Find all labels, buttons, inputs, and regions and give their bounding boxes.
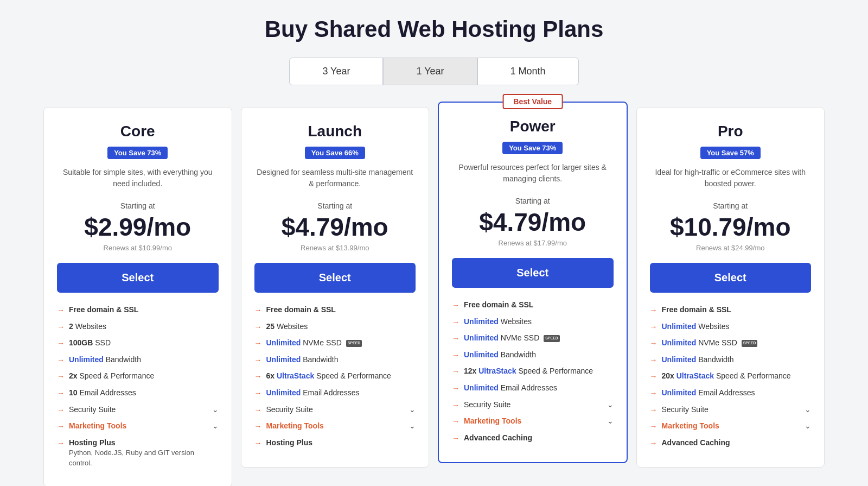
feature-text: Unlimited Email Addresses (266, 388, 360, 399)
arrow-icon: → (254, 421, 262, 432)
plan-core-desc: Suitable for simple sites, with everythi… (57, 167, 219, 193)
feature-text: Unlimited Email Addresses (464, 383, 557, 394)
arrow-icon: → (254, 371, 262, 382)
feature-text: 6x UltraStack Speed & Performance (266, 371, 391, 382)
tab-3year[interactable]: 3 Year (289, 58, 383, 85)
arrow-icon: → (452, 416, 459, 427)
plan-pro-name: Pro (718, 123, 743, 140)
plan-launch-name: Launch (308, 123, 362, 140)
plan-core-name: Core (120, 123, 155, 140)
feature-text: Security Suite (266, 405, 313, 415)
list-item: →Unlimited NVMe SSD SPEED (650, 338, 812, 349)
chevron-down-icon[interactable]: ⌄ (409, 421, 416, 432)
plan-launch-select-button[interactable]: Select (254, 263, 416, 293)
list-item: →Advanced Caching (452, 433, 614, 444)
list-item: →2x Speed & Performance (57, 371, 219, 382)
chevron-down-icon[interactable]: ⌄ (212, 421, 219, 432)
plan-pro: Pro You Save 57% Ideal for high-traffic … (636, 107, 825, 468)
arrow-icon: → (452, 433, 459, 444)
chevron-down-icon[interactable]: ⌄ (805, 405, 811, 415)
feature-text: 2 Websites (69, 321, 106, 332)
arrow-icon: → (57, 322, 65, 333)
plan-power-name: Power (510, 118, 556, 135)
plan-power: Best Value Power You Save 73% Powerful r… (438, 102, 628, 463)
arrow-icon: → (650, 421, 658, 432)
feature-text: Hosting Plus (266, 438, 313, 449)
arrow-icon: → (57, 338, 65, 349)
marketing-tools-link[interactable]: Marketing Tools (662, 421, 719, 432)
arrow-icon: → (650, 405, 658, 416)
feature-text: Unlimited Bandwidth (662, 355, 734, 365)
plan-power-select-button[interactable]: Select (452, 258, 614, 288)
feature-text: Security Suite (662, 405, 709, 415)
plan-core-features: →Free domain & SSL →2 Websites →100GB SS… (57, 305, 219, 468)
marketing-tools-link[interactable]: Marketing Tools (69, 421, 126, 432)
plan-launch: Launch You Save 66% Designed for seamles… (241, 107, 430, 468)
billing-tabs: 3 Year 1 Year 1 Month (289, 58, 578, 85)
chevron-down-icon[interactable]: ⌄ (409, 405, 416, 415)
list-item: →Unlimited Bandwidth (57, 355, 219, 366)
list-item: →100GB SSD (57, 338, 219, 349)
list-item: →Unlimited NVMe SSD SPEED (254, 338, 416, 349)
feature-text: Unlimited Email Addresses (662, 388, 755, 399)
arrow-icon: → (254, 322, 262, 333)
feature-text: Free domain & SSL (69, 305, 138, 315)
plan-launch-starting-at: Starting at (317, 201, 352, 210)
plan-pro-select-button[interactable]: Select (650, 263, 812, 293)
plan-core-select-button[interactable]: Select (57, 263, 219, 293)
plan-pro-starting-at: Starting at (713, 201, 748, 210)
arrow-icon: → (452, 300, 459, 311)
feature-text: Security Suite (464, 400, 510, 411)
list-item: →Security Suite⌄ (650, 405, 812, 416)
best-value-badge: Best Value (502, 94, 563, 109)
arrow-icon: → (650, 322, 658, 333)
list-item: →10 Email Addresses (57, 388, 219, 399)
tab-1month[interactable]: 1 Month (477, 58, 579, 85)
plan-core-price: $2.99/mo (84, 212, 191, 242)
list-item: →Unlimited Websites (452, 317, 614, 328)
chevron-down-icon[interactable]: ⌄ (212, 405, 219, 415)
arrow-icon: → (452, 317, 459, 328)
arrow-icon: → (254, 388, 262, 399)
list-item: →Free domain & SSL (452, 300, 614, 311)
arrow-icon: → (57, 305, 65, 316)
chevron-down-icon[interactable]: ⌄ (805, 421, 811, 432)
list-item: →Unlimited Websites (650, 321, 812, 333)
plan-power-features: →Free domain & SSL →Unlimited Websites →… (452, 300, 614, 444)
arrow-icon: → (650, 305, 658, 316)
arrow-icon: → (650, 371, 658, 382)
list-item: →Marketing Tools⌄ (57, 421, 219, 432)
plan-power-save-badge: You Save 73% (502, 142, 563, 154)
feature-subtext: Python, Node.JS, Ruby and GIT version co… (69, 448, 219, 468)
plan-core-save-badge: You Save 73% (107, 147, 168, 159)
plan-power-desc: Powerful resources perfect for larger si… (452, 162, 614, 188)
page-title: Buy Shared Web Hosting Plans (265, 16, 604, 42)
plan-launch-features: →Free domain & SSL →25 Websites →Unlimit… (254, 305, 416, 449)
plan-pro-desc: Ideal for high-traffic or eCommerce site… (650, 167, 812, 193)
list-item: →6x UltraStack Speed & Performance (254, 371, 416, 382)
arrow-icon: → (452, 400, 459, 411)
plan-core: Core You Save 73% Suitable for simple si… (43, 107, 232, 486)
tab-1year[interactable]: 1 Year (383, 58, 477, 85)
list-item: →Unlimited Email Addresses (452, 383, 614, 394)
list-item: →Hosting Plus (254, 438, 416, 449)
arrow-icon: → (57, 388, 65, 399)
marketing-tools-link[interactable]: Marketing Tools (464, 416, 521, 427)
chevron-down-icon[interactable]: ⌄ (607, 416, 614, 427)
arrow-icon: → (254, 338, 262, 349)
marketing-tools-link[interactable]: Marketing Tools (266, 421, 324, 432)
feature-text: Security Suite (69, 405, 116, 415)
arrow-icon: → (57, 438, 65, 449)
chevron-down-icon[interactable]: ⌄ (607, 400, 614, 411)
arrow-icon: → (452, 333, 459, 344)
arrow-icon: → (650, 355, 658, 366)
arrow-icon: → (452, 383, 459, 394)
arrow-icon: → (57, 421, 65, 432)
arrow-icon: → (650, 388, 658, 399)
feature-text: Free domain & SSL (464, 300, 533, 311)
list-item: →Free domain & SSL (650, 305, 812, 316)
list-item: →2 Websites (57, 321, 219, 333)
list-item: →Unlimited Bandwidth (254, 355, 416, 366)
plan-core-starting-at: Starting at (120, 201, 155, 210)
feature-text: Hosting Plus (69, 438, 116, 447)
